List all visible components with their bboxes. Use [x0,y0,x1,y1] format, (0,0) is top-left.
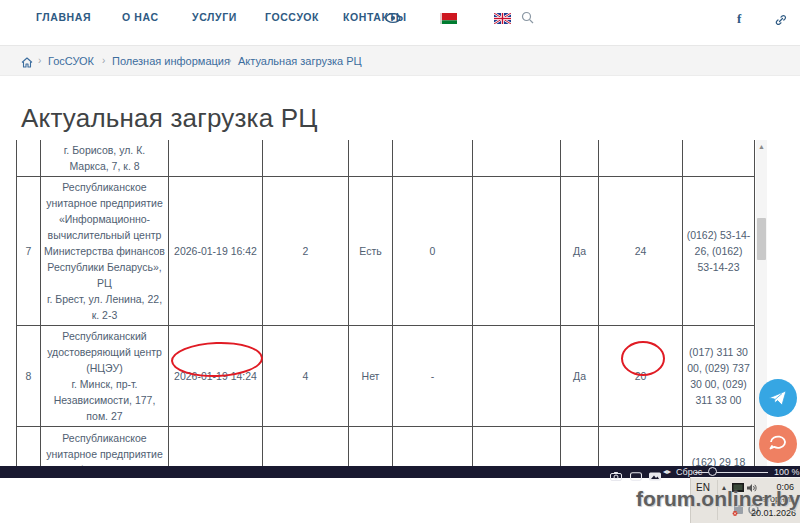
nav-item-gossuok[interactable]: ГОССУОК [265,11,319,23]
table-cell: 33 [599,427,683,468]
table-cell: Республиканское унитарное предприятие «И… [41,427,169,468]
table-cell: Да [561,326,599,427]
facebook-icon[interactable]: f [737,11,741,27]
table-cell: 2026-01-19 16:42 [169,177,263,326]
load-table-container: г. Борисов, ул. К. Маркса, 7, к. 87Респу… [16,140,756,467]
speaker-tray-icon[interactable] [747,483,758,495]
telegram-button[interactable] [759,379,797,417]
nav-item-services[interactable]: УСЛУГИ [192,11,237,23]
display-tray-icon[interactable] [732,483,744,495]
eye-icon[interactable] [385,10,401,28]
clock-date[interactable]: 20.01.2026 [751,508,796,518]
load-table: г. Борисов, ул. К. Маркса, 7, к. 87Респу… [16,140,755,467]
image-icon[interactable] [649,467,661,485]
link-icon[interactable] [775,12,787,30]
table-cell: Есть [349,427,393,468]
table-cell [349,140,393,177]
uk-flag-icon[interactable] [494,10,511,28]
viewer-toolbar: ◂▸ Сброс 100 % [0,466,800,478]
breadcrumb: › ГосСУОК › Полезная информация › Актуал… [0,45,800,76]
table-cell [561,140,599,177]
table-cell: 0 [393,427,473,468]
breadcrumb-separator: › [38,55,41,66]
language-indicator[interactable]: EN [696,482,710,493]
home-icon[interactable] [21,54,33,72]
table-row: г. Борисов, ул. К. Маркса, 7, к. 8 [17,140,755,177]
breadcrumb-current-page: Актуальная загрузка РЦ [238,55,362,67]
table-cell [393,140,473,177]
monitor-icon[interactable] [630,467,642,485]
table-cell: 8 [17,326,41,427]
table-scrollbar[interactable]: ▲ [756,140,767,467]
table-cell: Республиканское унитарное предприятие «И… [41,177,169,326]
windows-taskbar: EN ▴ 0:06 вторник 20.01.2026 [690,477,800,523]
top-navigation: ГЛАВНАЯ О НАС УСЛУГИ ГОССУОК КОНТАКТЫ f [0,0,800,45]
table-cell: 4 [263,326,349,427]
table-cell: 2026-01-19 14:48 [169,427,263,468]
chat-bubble-icon [759,425,797,463]
table-row: 7Республиканское унитарное предприятие «… [17,177,755,326]
table-cell: 9 [17,427,41,468]
scrollbar-up-arrow-icon[interactable]: ▲ [756,143,767,150]
clock-weekday: вторник [761,494,794,504]
nav-item-main[interactable]: ГЛАВНАЯ [36,11,91,23]
table-cell: Нет [349,326,393,427]
table-cell: Есть [349,177,393,326]
zoom-slider-handle[interactable] [708,467,717,476]
breadcrumb-gossuok[interactable]: ГосСУОК [48,55,94,67]
table-cell [473,326,561,427]
nav-item-about[interactable]: О НАС [122,11,159,23]
table-cell: - [393,326,473,427]
page-title: Актуальная загрузка РЦ [21,103,318,134]
table-cell: Республиканский удостоверяющий центр (НЦ… [41,326,169,427]
table-cell: 2 [263,177,349,326]
table-cell [683,140,755,177]
table-cell: 7 [17,177,41,326]
breadcrumb-separator: › [102,55,105,66]
table-cell: (017) 311 30 00, (029) 737 30 00, (029) … [683,326,755,427]
taskbar-divider [717,480,718,520]
scrollbar-thumb[interactable] [757,218,766,260]
table-cell: 2 [263,427,349,468]
table-cell: 24 [599,177,683,326]
camera-icon[interactable] [610,467,622,485]
table-cell [599,140,683,177]
chat-button[interactable] [759,425,797,463]
zoom-level: 100 % [774,467,800,477]
network-error-tray-icon[interactable] [732,504,744,518]
table-cell: Да [561,427,599,468]
table-cell: (162) 29 18 23 [683,427,755,468]
breadcrumb-useful-info[interactable]: Полезная информация [112,55,230,67]
table-cell: Да [561,177,599,326]
zoom-slider-track[interactable] [695,472,768,473]
table-cell: (0162) 53-14-26, (0162) 53-14-23 [683,177,755,326]
breadcrumb-separator: › [228,55,231,66]
table-cell [17,140,41,177]
clock-time[interactable]: 0:06 [776,482,794,492]
hidden-icons-chevron-icon[interactable]: ▴ [722,483,726,492]
resize-arrows-icon[interactable]: ◂▸ [663,467,671,476]
table-cell [473,177,561,326]
screenshot-root: ГЛАВНАЯ О НАС УСЛУГИ ГОССУОК КОНТАКТЫ f … [0,0,800,523]
table-cell [473,140,561,177]
annotation-circle-queue [621,341,665,376]
table-row: 9Республиканское унитарное предприятие «… [17,427,755,468]
table-cell: 0 [393,177,473,326]
telegram-plane-icon [759,379,797,417]
search-icon[interactable] [521,10,534,28]
table-cell [169,140,263,177]
table-cell [263,140,349,177]
table-cell [473,427,561,468]
belarus-flag-icon[interactable] [440,10,457,28]
table-cell: г. Борисов, ул. К. Маркса, 7, к. 8 [41,140,169,177]
